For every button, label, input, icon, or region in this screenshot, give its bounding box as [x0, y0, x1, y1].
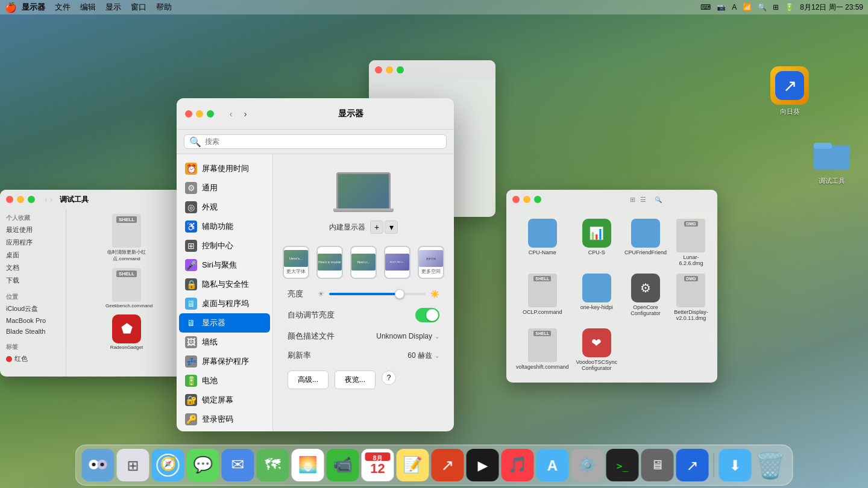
auto-brightness-toggle[interactable] — [415, 308, 439, 322]
menubar-icon-3[interactable]: A — [732, 3, 737, 11]
menubar-icon-2[interactable]: 📷 — [717, 3, 726, 11]
apple-menu[interactable]: 🍎 — [5, 2, 17, 13]
dock-notes[interactable]: 📝 — [397, 449, 429, 481]
dock-music[interactable]: 🎵 — [502, 449, 534, 481]
fullscreen-btn-finder[interactable] — [397, 66, 404, 74]
sidebar-item-battery[interactable]: 🔋 电池 — [179, 371, 270, 390]
sidebar-item-lockscreen[interactable]: 🔐 锁定屏幕 — [179, 390, 270, 410]
documents-item[interactable]: 文档 — [2, 261, 63, 274]
sidebar-item-screensaver[interactable]: 💤 屏幕保护程序 — [179, 352, 270, 371]
display-options-btn[interactable]: ▾ — [385, 221, 398, 234]
add-display-btn[interactable]: + — [370, 221, 383, 234]
sidebar-item-controlcenter[interactable]: ⊞ 控制中心 — [179, 236, 270, 255]
desktop-icon-debug-folder[interactable]: 调试工具 — [808, 136, 856, 186]
dock-mail[interactable]: ✉ — [222, 449, 254, 481]
dock-downloader[interactable]: ⬇ — [719, 449, 752, 481]
voodoo-item[interactable]: ❤ VoodooTSCSync Configurator — [576, 328, 618, 371]
red-tag-item[interactable]: 红色 — [2, 352, 63, 365]
cpu-name-item[interactable]: CPU-Name — [516, 219, 569, 266]
icloud-item[interactable]: iCloud云盘 — [2, 302, 63, 315]
sidebar-item-users[interactable]: 👥 用户与群组 — [179, 429, 270, 431]
dock-calendar[interactable]: 8月 12 — [362, 449, 394, 481]
debug-min-btn[interactable] — [17, 196, 24, 203]
sidebar-item-display[interactable]: 🖥 显示器 — [179, 313, 270, 333]
res-option-4[interactable]: here's the u... — [384, 246, 410, 279]
sidebar-item-accessibility[interactable]: ♿ 辅助功能 — [179, 217, 270, 236]
fullscreen-button[interactable] — [207, 110, 214, 117]
dock-photos[interactable]: 🌅 — [292, 449, 324, 481]
debug2-search[interactable]: 🔍 — [651, 194, 711, 205]
file-item-1[interactable]: SHELL 临时清除更新小红点.command — [71, 214, 182, 262]
res-option-more[interactable]: 更多空间 更多空间 — [418, 246, 444, 279]
search-bar[interactable]: 🔍 — [184, 134, 447, 149]
sidebar-item-screen-time[interactable]: ⏰ 屏幕使用时间 — [179, 159, 270, 178]
advanced-button[interactable]: 高级... — [288, 371, 329, 389]
debug-back-arrow[interactable]: ‹ — [45, 195, 48, 204]
sidebar-item-appearance[interactable]: ◎ 外观 — [179, 198, 270, 217]
debug2-view-icon[interactable]: ⊞ — [630, 196, 635, 204]
menubar-window[interactable]: 窗口 — [131, 2, 146, 13]
sidebar-item-desktop[interactable]: 🖥 桌面与程序坞 — [179, 294, 270, 313]
menubar-help[interactable]: 帮助 — [156, 2, 172, 13]
blade-stealth-item[interactable]: Blade Stealth — [2, 326, 63, 337]
menubar-controlcenter[interactable]: ⊞ — [773, 3, 779, 11]
debug2-full-btn[interactable] — [534, 196, 541, 203]
hidpi-item[interactable]: one-key-hidpi — [576, 274, 618, 321]
apps-item[interactable]: 应用程序 — [2, 236, 63, 249]
debug2-min-btn[interactable] — [523, 196, 530, 203]
macbook-item[interactable]: MacBook Pro — [2, 315, 63, 326]
minimize-button[interactable] — [196, 110, 203, 117]
desktop-item[interactable]: 桌面 — [2, 249, 63, 261]
brightness-slider-track[interactable] — [329, 293, 426, 295]
dock-launchpad[interactable]: ⊞ — [117, 449, 149, 481]
minimize-btn-finder[interactable] — [386, 66, 393, 74]
dock-maps[interactable]: 🗺 — [257, 449, 289, 481]
sidebar-item-loginpwd[interactable]: 🔑 登录密码 — [179, 410, 270, 429]
oclp-item[interactable]: SHELL OCLP.command — [516, 274, 569, 321]
brightness-thumb[interactable] — [395, 289, 404, 299]
dock-appletv[interactable]: ▶ — [467, 449, 499, 481]
menubar-edit[interactable]: 编辑 — [80, 2, 96, 13]
debug-forward-arrow[interactable]: › — [50, 195, 53, 204]
debug2-sort-icon[interactable]: ☰ — [640, 196, 646, 204]
sidebar-item-general[interactable]: ⚙ 通用 — [179, 178, 270, 198]
menubar-app-name[interactable]: 显示器 — [22, 2, 45, 13]
menubar-icon-1[interactable]: ⌨ — [700, 3, 711, 11]
menubar-search[interactable]: 🔍 — [758, 3, 767, 11]
betterdisplay-item[interactable]: DMG BetterDisplay-v2.0.11.dmg — [674, 274, 708, 321]
dock-appstore[interactable]: A — [536, 449, 569, 481]
menubar-battery[interactable]: 🔋 — [785, 3, 794, 11]
menubar-wifi[interactable]: 📶 — [743, 3, 752, 11]
dock-trash[interactable]: 🗑️ — [754, 449, 787, 481]
debug-close-btn[interactable] — [6, 196, 13, 203]
res-option-3[interactable]: Here's t... — [350, 246, 377, 279]
help-button[interactable]: ? — [382, 371, 396, 385]
menubar-view[interactable]: 显示 — [105, 2, 121, 13]
res-option-larger[interactable]: Here's... 更大字体 — [283, 246, 309, 279]
dock-xmind[interactable]: ↗ — [676, 449, 709, 481]
debug2-close-btn[interactable] — [512, 196, 520, 203]
cpu-s-item[interactable]: 📊 CPU-S — [576, 219, 618, 266]
color-profile-value[interactable]: Unknown Display ⌄ — [376, 332, 439, 340]
search-input[interactable] — [205, 137, 441, 146]
dock-messages[interactable]: 💬 — [187, 449, 219, 481]
back-button[interactable]: ‹ — [225, 108, 237, 120]
close-btn-finder[interactable] — [375, 66, 382, 74]
dock-reminders[interactable]: ↗ — [432, 449, 464, 481]
lunar-item[interactable]: DMG Lunar-6.2.6.dmg — [674, 219, 708, 266]
res-option-2[interactable]: Here's tc troubler — [316, 246, 343, 279]
night-shift-button[interactable]: 夜览... — [335, 371, 376, 389]
sidebar-item-siri[interactable]: 🎤 Siri与聚焦 — [179, 255, 270, 275]
file-item-radeon[interactable]: ⬟ RadeonGadget — [71, 314, 182, 350]
dock-finder[interactable] — [82, 449, 115, 481]
sidebar-item-privacy[interactable]: 🔒 隐私与安全性 — [179, 275, 270, 294]
downloads-item[interactable]: 下载 — [2, 274, 63, 287]
refresh-rate-value[interactable]: 60 赫兹 ⌄ — [407, 351, 439, 361]
dock-gpumonitor[interactable]: 🖥 — [641, 449, 674, 481]
menubar-file[interactable]: 文件 — [55, 2, 71, 13]
dock-safari[interactable]: 🧭 — [152, 449, 184, 481]
sidebar-item-wallpaper[interactable]: 🖼 墙纸 — [179, 333, 270, 352]
opencore-item[interactable]: ⚙ OpenCore Configurator — [624, 274, 667, 321]
recent-item[interactable]: 最近使用 — [2, 224, 63, 236]
dock-terminal[interactable]: >_ — [606, 449, 639, 481]
